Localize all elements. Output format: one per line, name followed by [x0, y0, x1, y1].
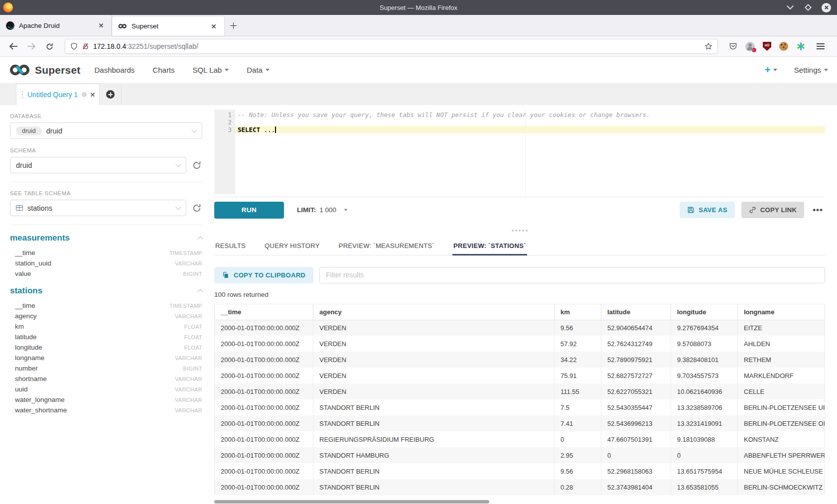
column-header-agency[interactable]: agency	[313, 304, 555, 320]
window-minimize-icon[interactable]	[786, 3, 795, 12]
superset-infinity-icon	[9, 64, 31, 76]
asterisk-extension-icon[interactable]	[796, 42, 805, 51]
tab-preview-measurements[interactable]: PREVIEW: `MEASUREMENTS`	[338, 238, 435, 255]
scrollbar-thumb[interactable]	[214, 500, 489, 504]
editor-code-area[interactable]: -- Note: Unless you save your query, the…	[235, 110, 825, 194]
sql-editor[interactable]: 123 -- Note: Unless you save your query,…	[214, 110, 825, 194]
save-as-button[interactable]: SAVE AS	[680, 202, 735, 218]
back-icon[interactable]	[6, 39, 21, 53]
table-cell: 9.7034557573	[671, 368, 738, 383]
editor-line	[235, 119, 825, 126]
tab-close-icon[interactable]	[209, 22, 218, 31]
tab-results[interactable]: RESULTS	[214, 238, 247, 255]
shield-icon[interactable]	[70, 42, 78, 50]
reload-icon[interactable]	[42, 39, 57, 53]
browser-tab-title: Superset	[132, 22, 205, 30]
superset-logo[interactable]: Superset	[9, 64, 80, 76]
url-text[interactable]: 172.18.0.4:32251/superset/sqllab/	[93, 42, 700, 50]
new-item-button[interactable]: +	[765, 64, 777, 76]
nav-charts[interactable]: Charts	[152, 66, 174, 74]
table-cell: CELLE	[738, 383, 825, 399]
query-tab-label: Untitled Query 1	[27, 91, 78, 99]
chevron-up-icon[interactable]	[197, 236, 203, 242]
copy-to-clipboard-button[interactable]: COPY TO CLIPBOARD	[214, 267, 313, 283]
table-cell: STANDORT BERLIN	[313, 399, 555, 415]
column-header-time[interactable]: __time	[215, 304, 313, 320]
editor-toolbar: RUN LIMIT: 1 000 SAVE AS COPY LINK •••	[214, 197, 825, 223]
column-name: value	[15, 270, 31, 277]
column-header-longitude[interactable]: longitude	[671, 304, 738, 320]
schema-column-row: longnameVARCHAR	[10, 353, 202, 363]
copy-link-button[interactable]: COPY LINK	[741, 202, 804, 218]
run-button[interactable]: RUN	[214, 202, 284, 219]
horizontal-scrollbar[interactable]	[214, 500, 825, 504]
column-name: longitude	[15, 344, 42, 351]
new-tab-button[interactable]	[224, 15, 242, 36]
tab-preview-stations[interactable]: PREVIEW: `STATIONS`	[452, 238, 527, 255]
tab-query-history[interactable]: QUERY HISTORY	[264, 238, 321, 255]
browser-tab-apache-druid[interactable]: Apache Druid	[0, 15, 112, 36]
column-type: FLOAT	[184, 334, 202, 340]
pane-splitter[interactable]	[214, 223, 825, 238]
nav-data[interactable]: Data	[247, 66, 270, 74]
window-maximize-icon[interactable]	[804, 3, 813, 12]
table-cell: 9.181039088	[671, 431, 738, 447]
unsaved-indicator-dot	[82, 92, 87, 97]
column-name: km	[15, 323, 24, 330]
gutter-line-number: 1	[214, 111, 232, 119]
tab-close-icon[interactable]	[97, 21, 106, 30]
column-type: BIGINT	[183, 271, 202, 277]
query-tab-untitled-query-1[interactable]: Untitled Query 1	[16, 84, 100, 105]
window-close-icon[interactable]	[822, 3, 831, 12]
table-select[interactable]: stations	[10, 200, 186, 216]
bookmark-star-icon[interactable]	[704, 42, 712, 50]
nav-dashboards[interactable]: Dashboards	[94, 66, 135, 74]
database-value: druid	[46, 127, 62, 135]
table-cell: BERLIN-PLOETZENSEE UP	[738, 399, 825, 415]
browser-tab-superset[interactable]: Superset	[112, 16, 224, 36]
nav-sql-lab[interactable]: SQL Lab	[193, 66, 229, 74]
table-cell: ABBENFLETH SPERRWERK	[738, 447, 825, 463]
forward-icon[interactable]	[24, 39, 39, 53]
database-select[interactable]: druid druid	[10, 123, 202, 139]
column-header-km[interactable]: km	[555, 304, 601, 320]
query-tab-close-icon[interactable]	[91, 90, 94, 99]
drag-handle-icon[interactable]	[21, 91, 23, 99]
insecure-lock-icon[interactable]	[82, 42, 89, 50]
schema-select[interactable]: druid	[10, 157, 186, 173]
refresh-tables-icon[interactable]	[192, 203, 202, 213]
refresh-schema-icon[interactable]	[192, 160, 202, 170]
chevron-down-icon	[191, 127, 197, 132]
table-row: 2000-01-01T00:00:00.000ZSTANDORT BERLIN9…	[215, 463, 825, 479]
schema-column-row: __timeTIMESTAMP	[10, 300, 202, 311]
table-cell: 52.5436996213	[601, 415, 671, 431]
table-cell: AHLDEN	[738, 336, 825, 352]
table-cell: 2000-01-01T00:00:00.000Z	[215, 383, 313, 399]
column-name: __time	[15, 302, 35, 309]
add-query-tab-button[interactable]	[100, 84, 122, 105]
limit-label: LIMIT:	[297, 206, 316, 214]
filter-results-input[interactable]	[319, 267, 825, 283]
more-options-button[interactable]: •••	[811, 205, 825, 215]
superset-navbar: Superset Dashboards Charts SQL Lab Data …	[0, 57, 837, 84]
url-bar[interactable]: 172.18.0.4:32251/superset/sqllab/	[65, 39, 718, 54]
pocket-icon[interactable]	[729, 42, 737, 50]
column-name: longname	[15, 354, 44, 362]
schema-section-header-stations[interactable]: stations	[10, 286, 202, 296]
table-cell: KONSTANZ	[738, 431, 825, 447]
table-row: 2000-01-01T00:00:00.000ZSTANDORT BERLIN7…	[215, 399, 825, 415]
settings-menu[interactable]: Settings	[794, 66, 828, 74]
menu-hamburger-icon[interactable]	[813, 39, 828, 53]
column-header-latitude[interactable]: latitude	[601, 304, 671, 320]
table-cell: 57.92	[555, 336, 601, 352]
ublock-origin-icon[interactable]: uO	[763, 42, 771, 51]
table-cell: 10.0621640936	[671, 383, 738, 399]
limit-dropdown[interactable]: LIMIT: 1 000	[297, 206, 348, 214]
table-cell: 2000-01-01T00:00:00.000Z	[215, 479, 313, 495]
table-cell: 9.57088073	[671, 336, 738, 352]
schema-section-header-measurements[interactable]: measurements	[10, 233, 202, 243]
chevron-up-icon[interactable]	[197, 289, 203, 294]
cookie-extension-icon[interactable]	[779, 42, 788, 51]
profile-disabled-icon[interactable]	[745, 42, 755, 51]
column-header-longname[interactable]: longname	[738, 304, 825, 320]
